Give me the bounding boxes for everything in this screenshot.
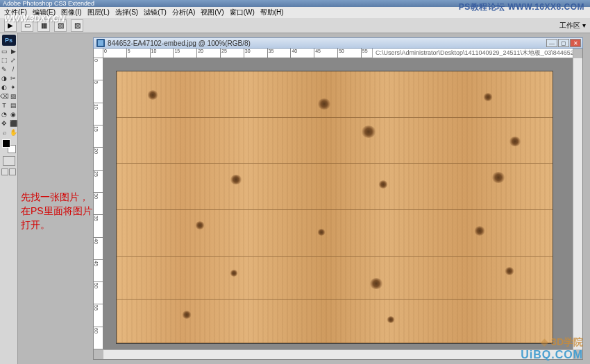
ruler-corner bbox=[94, 49, 103, 58]
document-path-tooltip: C:\Users\Administrator\Desktop\141104092… bbox=[372, 49, 573, 58]
left-gap: 先找一张图片， 在PS里面将图片 打开。 bbox=[18, 33, 93, 364]
main-area: Ps ▭ ▶ ⬚ ⤢ ✎ / ◑ ✂ ◐ ✦ ⌫ ▧ T ▤ ◔ ◉ ✥ ⬛ ⌕… bbox=[0, 33, 590, 364]
window-maximize-button[interactable]: ▢ bbox=[558, 39, 569, 47]
ruler-tick: 55 bbox=[94, 304, 103, 327]
window-close-button[interactable]: ✕ bbox=[570, 39, 581, 47]
tool-heal[interactable]: ◑ bbox=[0, 74, 8, 83]
wood-knot bbox=[361, 125, 376, 138]
menu-layer[interactable]: 图层(L) bbox=[86, 8, 111, 17]
tool-zoom[interactable]: ⌕ bbox=[0, 128, 8, 137]
canvas-wrapper: 05101520253035404550556065707580859095 0… bbox=[93, 49, 583, 360]
color-swatches[interactable] bbox=[2, 139, 16, 153]
ruler-tick: 50 bbox=[338, 49, 362, 58]
annotation-line-2: 在PS里面将图片 bbox=[21, 204, 92, 218]
wood-knot bbox=[317, 98, 331, 110]
ruler-tick: 5 bbox=[127, 49, 151, 58]
ruler-tick: 15 bbox=[94, 125, 103, 148]
quick-mask-toggle[interactable] bbox=[3, 156, 15, 166]
tool-stamp[interactable]: ◐ bbox=[0, 83, 8, 92]
screen-mode-standard[interactable] bbox=[1, 168, 8, 175]
ruler-tick: 60 bbox=[94, 327, 103, 349]
document-window: 844652-EA47102-embed.jpg @ 100%(RGB/8) —… bbox=[93, 37, 583, 360]
screen-mode-full[interactable] bbox=[9, 168, 16, 175]
tool-crop[interactable]: ✎ bbox=[0, 65, 8, 73]
menu-window[interactable]: 窗口(W) bbox=[228, 8, 256, 17]
menu-view[interactable]: 视图(V) bbox=[199, 8, 225, 17]
ruler-tick: 20 bbox=[197, 49, 221, 58]
tool-brush[interactable]: ✂ bbox=[9, 74, 17, 83]
tool-lasso[interactable]: ⬚ bbox=[0, 56, 8, 64]
menu-filter[interactable]: 滤镜(T) bbox=[142, 8, 168, 17]
ruler-tick: 30 bbox=[244, 49, 268, 58]
tool-gradient[interactable]: ▧ bbox=[9, 92, 17, 101]
document-titlebar[interactable]: 844652-EA47102-embed.jpg @ 100%(RGB/8) —… bbox=[93, 37, 583, 49]
vertical-scrollbar[interactable] bbox=[573, 58, 582, 349]
tool-marquee[interactable]: ▶ bbox=[9, 47, 17, 55]
workspace-dropdown[interactable]: 工作区 ▾ bbox=[559, 21, 586, 31]
ruler-tick: 15 bbox=[174, 49, 197, 58]
annotation-line-3: 打开。 bbox=[21, 218, 92, 232]
brand-watermark: WWW.3DXY.CN bbox=[4, 14, 65, 24]
ruler-tick: 40 bbox=[94, 238, 103, 260]
ruler-tick: 20 bbox=[94, 148, 103, 170]
watermark-br-line2: UiBQ.COM bbox=[521, 349, 583, 361]
ruler-tick: 40 bbox=[291, 49, 314, 58]
watermark-bottom-right: ◆ 3D学院 UiBQ.COM bbox=[521, 336, 583, 361]
tool-history[interactable]: ✦ bbox=[9, 83, 17, 92]
option-icon-4[interactable]: ▨ bbox=[71, 19, 83, 32]
wood-plank bbox=[117, 257, 553, 300]
wood-knot bbox=[483, 93, 493, 101]
watermark-top-right: PS教程论坛 WWW.16XX8.COM bbox=[459, 1, 584, 13]
wood-plank bbox=[117, 210, 553, 257]
menu-help[interactable]: 帮助(H) bbox=[259, 8, 285, 17]
tool-rotate[interactable]: ✋ bbox=[9, 128, 17, 137]
tool-eraser[interactable]: ⌫ bbox=[0, 92, 8, 101]
ps-logo-icon: Ps bbox=[2, 35, 16, 46]
tool-move[interactable]: ▭ bbox=[0, 47, 8, 55]
tool-eyedrop[interactable]: ✥ bbox=[0, 119, 8, 128]
ruler-tick: 35 bbox=[268, 49, 292, 58]
ruler-tick: 25 bbox=[221, 49, 244, 58]
ruler-tick: 30 bbox=[94, 193, 103, 215]
ruler-tick: 10 bbox=[94, 103, 103, 125]
tool-shape[interactable]: ◔ bbox=[0, 110, 8, 119]
ruler-tick: 0 bbox=[94, 58, 103, 80]
menu-select[interactable]: 选择(S) bbox=[114, 8, 140, 17]
horizontal-scrollbar[interactable] bbox=[103, 349, 573, 359]
ruler-tick: 45 bbox=[314, 49, 338, 58]
ruler-tick: 25 bbox=[94, 171, 103, 193]
ruler-tick: 5 bbox=[94, 80, 103, 103]
screen-mode-icons bbox=[1, 168, 16, 175]
options-bar: ▶ ▭ ▦ ▧ ▨ 工作区 ▾ bbox=[0, 18, 590, 33]
tool-type[interactable]: T bbox=[0, 101, 8, 110]
wood-knot bbox=[491, 172, 505, 183]
wood-knot bbox=[378, 180, 388, 189]
wood-plank bbox=[117, 300, 553, 343]
ruler-tick: 0 bbox=[103, 49, 127, 58]
tool-hand[interactable]: ⬛ bbox=[9, 119, 17, 128]
window-minimize-button[interactable]: — bbox=[546, 39, 557, 47]
tutorial-annotation: 先找一张图片， 在PS里面将图片 打开。 bbox=[21, 190, 92, 232]
ruler-tick: 45 bbox=[94, 260, 103, 282]
document-icon bbox=[96, 39, 105, 47]
ruler-tick: 50 bbox=[94, 282, 103, 304]
document-title: 844652-EA47102-embed.jpg @ 100%(RGB/8) bbox=[108, 40, 251, 47]
wood-texture-image bbox=[116, 71, 553, 344]
ruler-tick: 10 bbox=[151, 49, 174, 58]
menu-analysis[interactable]: 分析(A) bbox=[171, 8, 196, 17]
tool-wand[interactable]: ⤢ bbox=[9, 56, 17, 64]
toolbox: Ps ▭ ▶ ⬚ ⤢ ✎ / ◑ ✂ ◐ ✦ ⌫ ▧ T ▤ ◔ ◉ ✥ ⬛ ⌕… bbox=[0, 33, 18, 364]
ruler-tick: 35 bbox=[94, 215, 103, 237]
wood-plank bbox=[117, 118, 553, 164]
foreground-swatch[interactable] bbox=[2, 139, 10, 148]
tool-slice[interactable]: / bbox=[9, 65, 17, 73]
tool-notes[interactable]: ◉ bbox=[9, 110, 17, 119]
wood-knot bbox=[369, 278, 383, 289]
vertical-ruler[interactable]: 051015202530354045505560 bbox=[94, 58, 103, 349]
wood-knot bbox=[195, 221, 205, 229]
tool-pen[interactable]: ▤ bbox=[9, 101, 17, 110]
annotation-line-1: 先找一张图片， bbox=[21, 190, 92, 204]
canvas[interactable] bbox=[103, 58, 573, 349]
tool-grid: ▭ ▶ ⬚ ⤢ ✎ / ◑ ✂ ◐ ✦ ⌫ ▧ T ▤ ◔ ◉ ✥ ⬛ ⌕ ✋ bbox=[0, 47, 17, 137]
wood-plank bbox=[117, 164, 553, 210]
